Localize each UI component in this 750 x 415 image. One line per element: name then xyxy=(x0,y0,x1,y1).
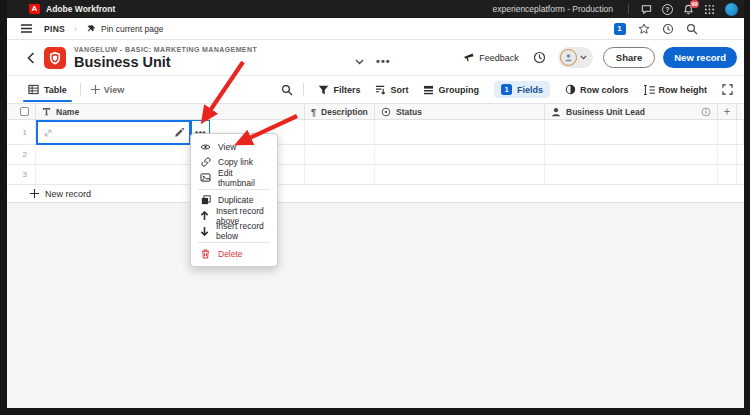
fullscreen-icon xyxy=(722,84,733,95)
history-clock-icon[interactable] xyxy=(533,51,546,64)
row-height-button[interactable]: Row height xyxy=(644,85,708,95)
sort-button[interactable]: Sort xyxy=(375,85,408,95)
title-block: VANGELUW - BASIC: MARKETING MANAGEMENT B… xyxy=(74,46,257,70)
eye-icon xyxy=(200,143,211,151)
megaphone-icon xyxy=(463,53,474,63)
feedback-label: Feedback xyxy=(479,53,519,63)
feedback-button[interactable]: Feedback xyxy=(463,53,519,63)
info-icon[interactable] xyxy=(701,107,711,117)
menu-item-insert-record-below[interactable]: Insert record below xyxy=(191,224,277,240)
sort-icon xyxy=(375,85,386,95)
help-icon[interactable]: ? xyxy=(661,3,674,16)
back-button[interactable] xyxy=(27,52,35,64)
add-column-button[interactable] xyxy=(718,104,737,119)
collaborator-avatar xyxy=(560,49,577,66)
person-icon xyxy=(551,107,561,117)
text-type-icon xyxy=(42,107,51,116)
notifications-bell-icon[interactable]: 99 xyxy=(682,3,695,16)
filter-funnel-icon xyxy=(318,85,329,95)
paragraph-icon: ¶ xyxy=(311,107,316,117)
menu-item-view[interactable]: View xyxy=(191,139,277,155)
row-number: 2 xyxy=(7,145,36,164)
divider xyxy=(80,83,81,96)
fields-button[interactable]: 1 Fields xyxy=(494,81,550,98)
header-filler xyxy=(737,104,744,119)
org-name: experienceplatform - Production xyxy=(493,4,613,14)
feedback-bubble-icon[interactable] xyxy=(640,3,653,16)
row-height-icon xyxy=(644,85,655,95)
filters-button[interactable]: Filters xyxy=(318,85,360,95)
menu-item-delete[interactable]: Delete xyxy=(191,246,277,262)
table-header-row: Name ¶ Description Status Business Unit … xyxy=(7,103,744,120)
breadcrumb: VANGELUW - BASIC: MARKETING MANAGEMENT xyxy=(74,46,257,53)
select-all-checkbox[interactable] xyxy=(20,107,29,116)
solutions-count-badge[interactable]: 1 xyxy=(613,22,626,35)
arrow-up-icon xyxy=(200,211,209,221)
divider xyxy=(303,83,304,96)
pins-bar: PINS › Pin current page 1 xyxy=(7,18,744,40)
column-header-name[interactable]: Name xyxy=(36,104,305,119)
title-chevron-down-icon[interactable] xyxy=(355,59,364,65)
chevron-right-icon: › xyxy=(74,24,77,34)
table-icon xyxy=(28,84,39,95)
pin-current-page-label: Pin current page xyxy=(101,24,163,34)
table-row[interactable]: 1 ••• xyxy=(7,120,744,145)
favorites-star-icon[interactable] xyxy=(637,22,650,35)
arrow-down-icon xyxy=(200,226,209,236)
column-header-business-unit-lead[interactable]: Business Unit Lead xyxy=(545,104,718,119)
adobe-logo-icon: A xyxy=(29,4,40,14)
pin-icon xyxy=(86,24,96,34)
records-table: Name ¶ Description Status Business Unit … xyxy=(7,103,744,203)
link-icon xyxy=(200,157,211,167)
row-number: 1 xyxy=(7,120,36,144)
sharing-avatar-menu[interactable] xyxy=(558,47,593,68)
notification-count-badge: 99 xyxy=(690,0,699,8)
edit-pencil-icon[interactable] xyxy=(174,128,184,138)
row-context-menu: View Copy link Edit thumbnail Duplicate … xyxy=(190,133,278,267)
status-icon xyxy=(381,107,391,117)
pin-current-page-button[interactable]: Pin current page xyxy=(86,24,163,34)
new-record-button[interactable]: New record xyxy=(663,47,737,68)
add-view-label: View xyxy=(104,85,124,95)
tab-table-label: Table xyxy=(44,85,67,95)
plus-icon xyxy=(91,85,100,94)
menu-separator xyxy=(198,242,270,243)
row-colors-button[interactable]: Row colors xyxy=(565,84,629,95)
share-button[interactable]: Share xyxy=(603,47,655,68)
search-icon[interactable] xyxy=(685,22,698,35)
page-header: VANGELUW - BASIC: MARKETING MANAGEMENT B… xyxy=(7,40,744,76)
recents-history-icon[interactable] xyxy=(661,22,674,35)
new-record-row-button[interactable]: New record xyxy=(7,185,744,203)
tab-table[interactable]: Table xyxy=(25,76,70,103)
record-type-shield-icon xyxy=(44,47,66,69)
expand-record-icon[interactable] xyxy=(43,128,53,138)
app-switcher-grid-icon[interactable] xyxy=(703,3,716,16)
image-icon xyxy=(200,173,211,182)
grouping-button[interactable]: Grouping xyxy=(423,85,479,95)
active-tab-underline xyxy=(23,100,72,103)
trash-icon xyxy=(200,249,211,259)
shell-topbar: A Adobe Workfront experienceplatform - P… xyxy=(7,0,744,18)
column-header-description[interactable]: ¶ Description xyxy=(305,104,375,119)
menu-item-edit-thumbnail[interactable]: Edit thumbnail xyxy=(191,170,277,186)
table-row[interactable]: 3 xyxy=(7,165,744,185)
table-search-icon[interactable] xyxy=(281,84,293,96)
product-name: Adobe Workfront xyxy=(46,4,115,14)
page-more-actions-button[interactable]: ••• xyxy=(376,55,391,67)
view-toolbar: Table View Filters Sort Grouping 1 Field… xyxy=(7,76,744,103)
fullscreen-button[interactable] xyxy=(722,84,733,95)
name-cell-editing[interactable] xyxy=(36,120,191,145)
column-header-status[interactable]: Status xyxy=(375,104,545,119)
divider xyxy=(628,4,629,14)
row-colors-icon xyxy=(565,84,576,95)
table-row[interactable]: 2 xyxy=(7,145,744,165)
pins-label[interactable]: PINS xyxy=(44,24,65,34)
user-avatar[interactable] xyxy=(725,3,738,16)
plus-icon xyxy=(30,189,39,198)
main-menu-icon[interactable] xyxy=(21,24,32,33)
add-view-button[interactable]: View xyxy=(91,85,124,95)
plus-icon xyxy=(724,107,730,116)
app-window: A Adobe Workfront experienceplatform - P… xyxy=(7,0,744,408)
select-all-cell[interactable] xyxy=(7,104,36,119)
grouping-icon xyxy=(423,85,434,95)
